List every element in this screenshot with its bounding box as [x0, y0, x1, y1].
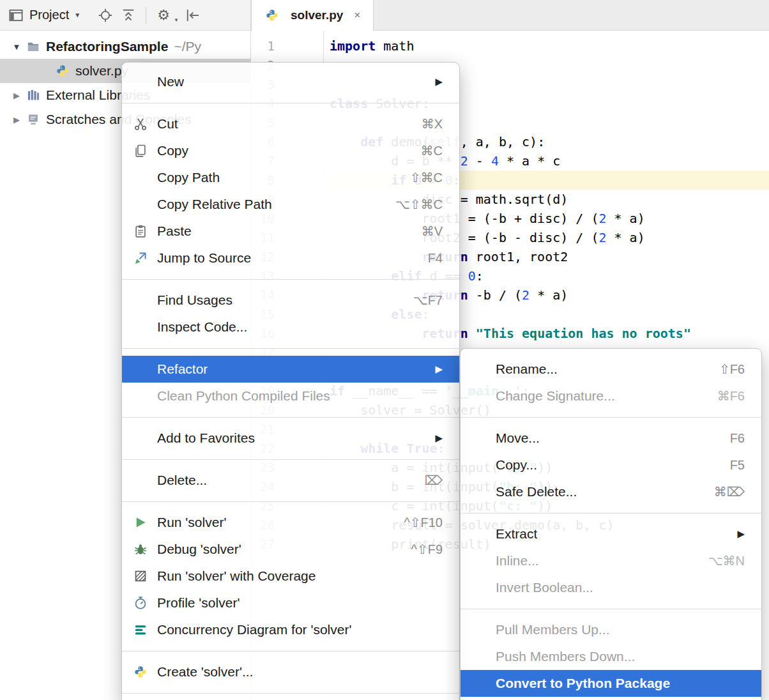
- paste-icon: [131, 222, 150, 240]
- menu-item-shortcut: ⇧⌘C: [391, 170, 443, 185]
- tab-solver-py[interactable]: solver.py ×: [251, 0, 374, 31]
- code-token: [468, 326, 476, 341]
- menu-item-concurrency-diagram-for-solver[interactable]: Concurrency Diagram for 'solver': [122, 616, 459, 643]
- menu-item-label: Paste: [157, 224, 192, 239]
- menu-item-copy[interactable]: Copy⌘C: [122, 137, 459, 164]
- editor-tab-bar: solver.py ×: [251, 0, 769, 31]
- concurrency-icon: [131, 621, 150, 639]
- code-token: -b / (: [468, 287, 522, 303]
- menu-item-copy-path[interactable]: Copy Path⇧⌘C: [122, 164, 459, 191]
- menu-item-shortcut: ⌦: [406, 473, 443, 488]
- coverage-icon: [131, 567, 150, 585]
- project-toolbar-label[interactable]: Project: [29, 8, 69, 22]
- code-token: * a): [606, 211, 644, 226]
- tree-item-path: ~/Py: [174, 39, 201, 54]
- gear-dropdown-caret-icon: ▾: [175, 17, 178, 23]
- settings-gear-icon[interactable]: ⚙ ▾: [155, 7, 172, 24]
- project-dropdown-caret-icon[interactable]: ▼: [74, 11, 80, 19]
- chevron-down-icon[interactable]: ▼: [8, 42, 26, 52]
- menu-item-shortcut: ⌘X: [402, 116, 443, 132]
- menu-item-profile-solver[interactable]: Profile 'solver': [122, 590, 459, 616]
- menu-item-label: Copy...: [496, 457, 537, 473]
- menu-item-shortcut: ^⇧F9: [392, 542, 443, 557]
- menu-item-label: Concurrency Diagram for 'solver': [157, 622, 351, 637]
- menu-item-convert-to-python-package[interactable]: Convert to Python Package: [461, 670, 761, 697]
- menu-item-change-signature: Change Signature...⌘F6: [461, 383, 761, 409]
- menu-item-shortcut: ^⇧F10: [384, 515, 443, 530]
- menu-separator: [461, 601, 761, 616]
- project-toolbar: Project ▼ ⚙ ▾: [0, 0, 251, 31]
- chevron-right-icon[interactable]: ▶: [8, 91, 26, 100]
- menu-item-label: Add to Favorites: [157, 430, 255, 446]
- chevron-right-icon[interactable]: ▶: [8, 115, 26, 125]
- menu-item-create-solver[interactable]: Create 'solver'...: [122, 658, 459, 685]
- menu-separator: [122, 340, 459, 356]
- menu-item-label: Extract: [496, 526, 537, 542]
- menu-item-cut[interactable]: Cut⌘X: [122, 110, 459, 137]
- submenu-arrow-icon: ▶: [435, 432, 443, 444]
- menu-item-label: Convert to Python Package: [496, 676, 670, 691]
- toolbar-divider: [146, 7, 146, 24]
- menu-item-find-usages[interactable]: Find Usages⌥F7: [122, 287, 459, 314]
- copy-icon: [131, 142, 150, 160]
- menu-item-label: Push Members Down...: [496, 649, 635, 664]
- menu-item-refactor[interactable]: Refactor▶: [122, 356, 459, 383]
- menu-item-add-to-favorites[interactable]: Add to Favorites▶: [122, 425, 459, 452]
- cut-icon: [131, 115, 150, 133]
- menu-icon-slot: [131, 360, 150, 378]
- locate-file-icon[interactable]: [97, 7, 114, 24]
- menu-item-label: Pull Members Up...: [496, 622, 610, 637]
- menu-item-copy[interactable]: Copy...F5: [461, 452, 761, 478]
- menu-item-label: Run 'solver': [157, 515, 226, 530]
- menu-item-label: New: [157, 74, 184, 89]
- menu-item-new[interactable]: New▶: [122, 68, 459, 95]
- menu-item-extract[interactable]: Extract▶: [461, 521, 761, 547]
- menu-item-jump-to-source[interactable]: Jump to SourceF4: [122, 245, 459, 271]
- code-token: 2: [522, 287, 529, 303]
- menu-item-shortcut: ⌥⌘N: [689, 553, 745, 568]
- menu-icon-slot: [131, 387, 150, 405]
- menu-item-shortcut: ⌘F6: [698, 388, 745, 404]
- menu-item-label: Profile 'solver': [157, 595, 240, 611]
- code-token: root1, root2: [468, 249, 568, 264]
- menu-item-label: Debug 'solver': [157, 542, 241, 557]
- menu-item-rename[interactable]: Rename...⇧F6: [461, 356, 761, 383]
- code-line[interactable]: import math: [324, 36, 769, 56]
- menu-item-shortcut: ⇧F6: [700, 361, 745, 377]
- menu-item-debug-solver[interactable]: Debug 'solver'^⇧F9: [122, 536, 459, 563]
- code-token: 2: [598, 211, 606, 226]
- menu-item-label: Copy: [157, 143, 188, 158]
- menu-item-paste[interactable]: Paste⌘V: [122, 218, 459, 245]
- menu-item-copy-relative-path[interactable]: Copy Relative Path⌥⇧⌘C: [122, 191, 459, 218]
- menu-item-label: Find Usages: [157, 293, 232, 308]
- menu-separator: [122, 95, 459, 110]
- menu-item-move[interactable]: Move...F6: [461, 425, 761, 452]
- menu-item-label: Refactor: [157, 361, 208, 377]
- tab-close-icon[interactable]: ×: [354, 9, 360, 22]
- menu-item-run-solver[interactable]: Run 'solver'^⇧F10: [122, 509, 459, 536]
- menu-item-shortcut: F4: [409, 251, 443, 266]
- scratches-icon: [26, 112, 41, 126]
- menu-item-shortcut: F6: [711, 431, 745, 446]
- menu-item-shortcut: ⌘C: [402, 143, 443, 158]
- menu-item-label: Rename...: [496, 361, 558, 377]
- project-tool-window-icon[interactable]: [8, 7, 24, 24]
- menu-item-pull-members-up: Pull Members Up...: [461, 616, 761, 643]
- line-number[interactable]: 1: [251, 36, 323, 56]
- tree-row-refactoringsample[interactable]: ▼RefactoringSample~/Py: [0, 34, 250, 59]
- menu-item-delete[interactable]: Delete...⌦: [122, 467, 459, 494]
- menu-item-label: Safe Delete...: [496, 484, 577, 499]
- menu-item-label: Inline...: [496, 553, 539, 568]
- submenu-arrow-icon: ▶: [435, 76, 443, 88]
- tree-item-label: RefactoringSample: [46, 39, 168, 54]
- menu-item-label: Copy Relative Path: [157, 197, 272, 212]
- menu-icon-slot: [131, 195, 150, 213]
- menu-item-inspect-code[interactable]: Inspect Code...: [122, 314, 459, 340]
- submenu-arrow-icon: ▶: [737, 528, 745, 540]
- hide-panel-icon[interactable]: [185, 7, 201, 24]
- menu-item-run-solver-with-coverage[interactable]: Run 'solver' with Coverage: [122, 563, 459, 590]
- collapse-all-icon[interactable]: [120, 7, 137, 24]
- menu-item-safe-delete[interactable]: Safe Delete...⌘⌦: [461, 478, 761, 505]
- menu-icon-slot: [131, 318, 150, 336]
- code-token: 0: [468, 268, 476, 284]
